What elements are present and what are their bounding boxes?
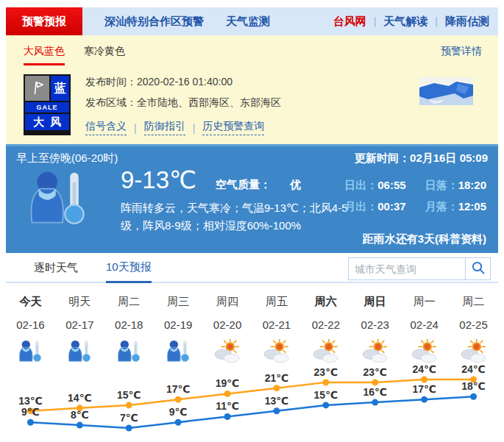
nav-item[interactable]: 天气监测 (226, 15, 270, 29)
tab-hourly-weather[interactable]: 逐时天气 (34, 261, 78, 282)
nav-link[interactable]: 降雨估测 (445, 15, 489, 29)
sun-moon-item: 月落：12:05 (425, 200, 486, 214)
publish-time-label: 发布时间： (85, 76, 137, 88)
warning-tabs: 大风蓝色 寒冷黄色 预警详情 (6, 35, 498, 65)
cold-weather-icon (65, 339, 93, 364)
search-input[interactable] (349, 258, 465, 279)
nav-tab-warning-forecast[interactable]: 预警预报 (6, 7, 82, 35)
day-name: 周六 (301, 295, 350, 309)
chart-label: 9℃ (21, 406, 40, 418)
day-weather-icon (350, 338, 400, 365)
chart-label: 16℃ (363, 386, 387, 398)
day-column[interactable]: 今天02-16 (6, 295, 55, 365)
nav-link[interactable]: 台风网 (333, 15, 366, 29)
partly-cloudy-icon (263, 339, 291, 364)
day-name: 明天 (55, 295, 104, 309)
chart-label: 18℃ (461, 380, 486, 392)
day-date: 02-23 (350, 318, 400, 331)
chart-point (273, 407, 280, 414)
day-name: 周五 (252, 295, 302, 309)
chart-label: 15℃ (314, 389, 338, 401)
sun-moon-item: 日出：06:55 (344, 179, 405, 193)
day-name: 周二 (449, 295, 498, 309)
rain-countdown-note[interactable]: 距雨水还有3天(科普资料) (363, 232, 486, 246)
chart-point (421, 396, 427, 403)
day-column[interactable]: 周五02-21 (252, 295, 302, 365)
chart-line-high (30, 379, 473, 411)
search-button[interactable] (465, 258, 490, 279)
day-weather-icon (6, 338, 55, 365)
chart-point (77, 422, 83, 429)
warning-link[interactable]: 信号含义 (85, 120, 127, 135)
tab-10day-forecast[interactable]: 10天预报 (106, 260, 152, 283)
day-date: 02-22 (301, 318, 350, 331)
chart-label: 17℃ (166, 383, 191, 395)
day-column[interactable]: 周日02-23 (350, 295, 400, 365)
chart-point (126, 402, 132, 408)
nav-link[interactable]: 天气解读 (383, 15, 427, 29)
chart-point (372, 399, 378, 406)
chart-point (126, 425, 132, 432)
day-weather-icon (55, 338, 104, 365)
chart-label: 23℃ (363, 366, 387, 378)
warning-tab-gale-blue[interactable]: 大风蓝色 (24, 45, 65, 65)
day-name: 周三 (154, 295, 203, 309)
day-column[interactable]: 周四02-20 (203, 295, 252, 365)
day-column[interactable]: 周六02-22 (301, 295, 350, 365)
separator: | (134, 122, 137, 134)
warning-code-label: GALE (25, 102, 69, 113)
chart-label: 17℃ (412, 383, 436, 395)
day-date: 02-21 (252, 318, 302, 331)
cold-weather-icon (115, 339, 143, 364)
chart-label: 14℃ (68, 392, 92, 404)
warning-map (419, 77, 473, 108)
partly-cloudy-icon (460, 339, 488, 364)
warning-links: 信号含义|防御指引|历史预警查询 (85, 120, 281, 135)
partly-cloudy-icon (411, 339, 439, 364)
day-weather-icon (252, 338, 302, 365)
separator: | (374, 15, 377, 27)
partly-cloudy-icon (213, 339, 241, 364)
search-icon (471, 260, 486, 277)
day-date: 02-18 (104, 318, 154, 331)
chart-point (421, 377, 427, 383)
day-column[interactable]: 周一02-24 (400, 295, 449, 365)
warning-tab-cold-yellow[interactable]: 寒冷黄色 (84, 45, 125, 58)
warning-signal-badge: 蓝 GALE 大风 (24, 74, 71, 135)
warning-section: 大风蓝色 寒冷黄色 预警详情 蓝 GALE 大风 (6, 35, 498, 144)
cold-weather-icon (24, 168, 91, 229)
day-column[interactable]: 周三02-19 (154, 295, 203, 365)
day-date: 02-25 (449, 318, 498, 331)
day-weather-icon (400, 338, 449, 365)
separator: | (435, 15, 438, 27)
current-weather-panel: 早上至傍晚(06-20时) 更新时间：02月16日 05:09 9-13℃ 空气… (6, 144, 498, 253)
forecast-days: 今天02-16 明天02-17 周二02-18 周三02-19 周四02-20 (6, 295, 498, 365)
nav-items: 深汕特别合作区预警天气监测 (82, 15, 270, 29)
chart-point (175, 396, 182, 403)
day-date: 02-17 (55, 318, 104, 331)
sun-moon-times: 日出：06:55日落：18:20月出：00:37月落：12:05 (344, 179, 486, 214)
day-date: 02-20 (203, 318, 252, 331)
warning-link[interactable]: 历史预警查询 (202, 120, 264, 135)
nav-item[interactable]: 深汕特别合作区预警 (104, 15, 204, 29)
day-column[interactable]: 明天02-17 (55, 295, 104, 365)
day-column[interactable]: 周二02-18 (104, 295, 154, 365)
warning-detail-link[interactable]: 预警详情 (441, 45, 482, 58)
forecast-period-label: 早上至傍晚(06-20时) (16, 152, 118, 165)
chart-label: 13℃ (18, 395, 43, 407)
chart-point (322, 402, 329, 408)
day-name: 今天 (6, 295, 55, 309)
cold-weather-icon (16, 339, 44, 364)
day-column[interactable]: 周二02-25 (449, 295, 498, 365)
chart-point (372, 379, 378, 385)
chart-label: 8℃ (71, 409, 89, 421)
chart-label: 19℃ (216, 377, 240, 389)
publish-area-value: 全市陆地、西部海区、东部海区 (137, 96, 281, 108)
publish-time-value: 2020-02-16 01:40:00 (137, 76, 233, 88)
chart-point (175, 419, 182, 426)
forecast-tabs: 逐时天气 10天预报 (6, 253, 498, 283)
gale-flag-icon (25, 76, 49, 101)
chart-point (27, 419, 34, 426)
warning-link[interactable]: 防御指引 (144, 120, 185, 135)
current-weather-main: 9-13℃ 空气质量： 优 阵雨转多云，天气寒冷；气温9-13℃；北风4-5级，… (121, 165, 363, 235)
